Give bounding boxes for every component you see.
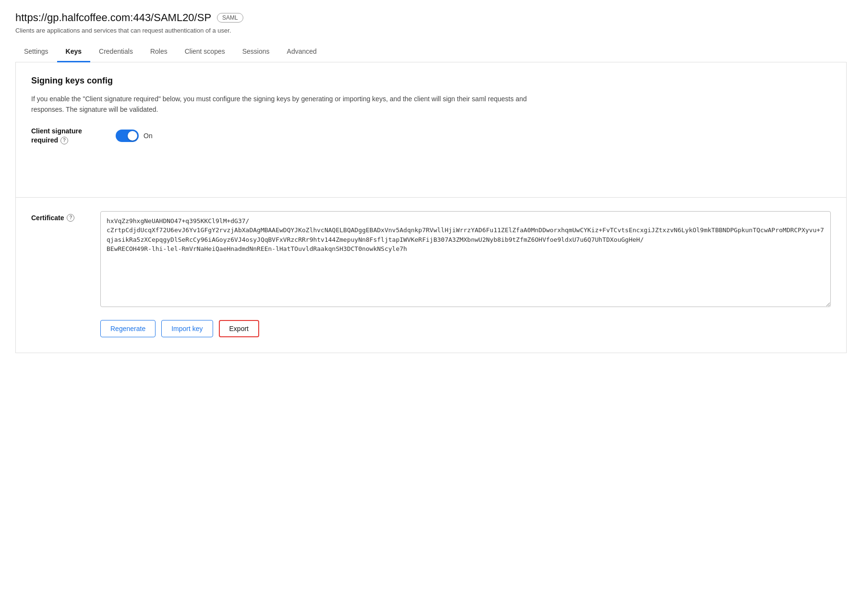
regenerate-button[interactable]: Regenerate <box>100 320 156 337</box>
tab-settings[interactable]: Settings <box>15 42 57 62</box>
client-signature-toggle[interactable] <box>116 130 139 142</box>
field-label-wrap: Client signature required ? <box>31 127 82 145</box>
certificate-help-icon[interactable]: ? <box>67 214 74 222</box>
page-title: https://gp.halfcoffee.com:443/SAML20/SP <box>15 12 211 24</box>
label-line1: Client signature <box>31 127 82 136</box>
tab-bar: Settings Keys Credentials Roles Client s… <box>15 42 847 62</box>
tab-client-scopes[interactable]: Client scopes <box>176 42 234 62</box>
toggle-thumb <box>128 131 137 141</box>
client-signature-required-row: Client signature required ? On <box>31 127 831 145</box>
export-button[interactable]: Export <box>219 320 259 337</box>
certificate-row: Certificate ? <box>31 211 831 308</box>
signing-keys-config-section: Signing keys config If you enable the "C… <box>16 62 846 198</box>
client-signature-label: Client signature required ? <box>31 127 108 145</box>
page-subtitle: Clients are applications and services th… <box>15 27 847 34</box>
import-key-button[interactable]: Import key <box>161 320 213 337</box>
toggle-track <box>116 130 139 142</box>
tab-sessions[interactable]: Sessions <box>234 42 278 62</box>
section-description: If you enable the "Client signature requ… <box>31 94 559 115</box>
certificate-textarea[interactable] <box>100 211 831 307</box>
certificate-textarea-wrapper <box>100 211 831 308</box>
toggle-wrapper: On <box>116 130 153 142</box>
tab-advanced[interactable]: Advanced <box>278 42 325 62</box>
certificate-label-text: Certificate <box>31 214 64 222</box>
certificate-section: Certificate ? Regenerate Import key Expo… <box>16 198 846 353</box>
section-title: Signing keys config <box>31 76 831 86</box>
saml-badge: SAML <box>217 13 243 23</box>
tab-keys[interactable]: Keys <box>57 42 90 62</box>
toggle-state-label: On <box>144 132 153 140</box>
tab-credentials[interactable]: Credentials <box>90 42 142 62</box>
tab-roles[interactable]: Roles <box>142 42 176 62</box>
label-line2: required <box>31 136 58 145</box>
content-area: Signing keys config If you enable the "C… <box>15 62 847 353</box>
client-signature-help-icon[interactable]: ? <box>60 137 68 144</box>
label-line2-wrap: required ? <box>31 136 82 145</box>
certificate-label: Certificate ? <box>31 211 89 222</box>
buttons-row: Regenerate Import key Export <box>31 320 831 337</box>
